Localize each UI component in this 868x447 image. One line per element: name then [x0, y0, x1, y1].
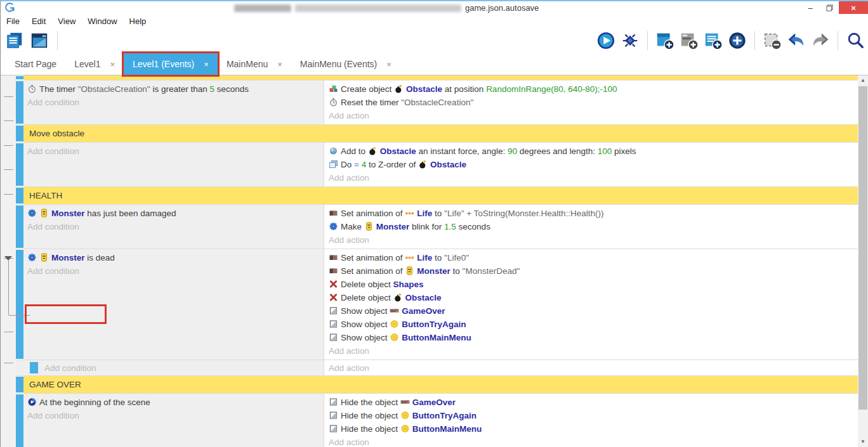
search-button[interactable]	[846, 31, 865, 50]
text-segment: ButtonMainMenu	[402, 333, 471, 342]
action-line[interactable]: Create object Obstacle at position Rando…	[329, 82, 854, 96]
condition-line[interactable]: At the beginning of the scene	[27, 396, 320, 409]
menu-help[interactable]: Help	[129, 16, 147, 26]
tab-close-icon[interactable]: ×	[277, 60, 282, 69]
add-condition-button[interactable]: Add condition	[27, 264, 320, 278]
add-comment-button[interactable]	[704, 31, 723, 50]
debug-icon	[621, 31, 640, 50]
comment-row-partial[interactable]	[16, 75, 858, 81]
action-line[interactable]: Hide the object GameOver	[329, 396, 854, 409]
action-line[interactable]: Delete object Obstacle	[329, 291, 854, 304]
action-line[interactable]: Show object ButtonTryAgain	[329, 318, 854, 331]
event-handle[interactable]	[16, 126, 23, 141]
tab-level1[interactable]: Level1 ×	[65, 53, 124, 75]
bomb-icon	[418, 160, 428, 169]
tab-close-icon[interactable]: ×	[204, 60, 209, 69]
add-other-button[interactable]	[728, 31, 747, 50]
debug-button[interactable]	[621, 31, 640, 50]
gear-icon	[27, 209, 37, 217]
event-handle[interactable]	[16, 188, 23, 204]
event-handle[interactable]	[16, 377, 23, 392]
condition-line[interactable]: Monster is dead	[27, 251, 320, 264]
event-row[interactable]: The timer "ObstacleCreation" is greater …	[16, 81, 858, 125]
text-segment: degrees and length:	[517, 146, 598, 156]
toolbar-separator	[838, 31, 838, 50]
text-segment: to	[432, 209, 444, 218]
subevent-handle[interactable]	[30, 362, 38, 373]
add-event-button[interactable]	[655, 31, 674, 50]
menu-window[interactable]: Window	[88, 16, 117, 26]
comment-cell[interactable]: GAME OVER	[23, 376, 858, 393]
restore-button[interactable]	[820, 1, 839, 14]
comment-cell[interactable]: Move obstacle	[23, 125, 858, 142]
tab-level1-events[interactable]: Level1 (Events) ×	[124, 53, 218, 75]
play-button[interactable]	[596, 31, 615, 50]
project-manager-button[interactable]	[5, 31, 24, 50]
add-action-button[interactable]: Add action	[329, 363, 369, 373]
action-line[interactable]: Set animation of Life to "Life0"	[329, 251, 854, 264]
add-subevent-button[interactable]	[680, 31, 699, 50]
action-line[interactable]: Set animation of Life to "Life" + ToStri…	[329, 207, 854, 220]
comment-row[interactable]: GAME OVER	[16, 376, 858, 394]
redo-button[interactable]	[811, 31, 830, 50]
add-condition-button[interactable]: Add condition	[44, 363, 96, 373]
add-action-button[interactable]: Add action	[329, 109, 854, 122]
monster-icon	[39, 253, 49, 262]
minimize-button[interactable]: –	[801, 1, 820, 14]
tab-start-page[interactable]: Start Page	[6, 53, 65, 75]
empty-subevent-row[interactable]: Add conditionAdd action	[16, 360, 858, 376]
tab-mainmenu[interactable]: MainMenu ×	[218, 53, 291, 75]
scene-editor-icon	[30, 31, 49, 50]
close-button[interactable]: ×	[839, 1, 868, 14]
undo-button[interactable]	[787, 31, 806, 50]
condition-line[interactable]: The timer "ObstacleCreation" is greater …	[27, 82, 320, 96]
scene-editor-button[interactable]	[30, 31, 49, 50]
comment-row[interactable]: HEALTH	[16, 187, 858, 205]
add-condition-button[interactable]: Add condition	[27, 409, 320, 422]
event-handle[interactable]	[16, 81, 23, 124]
tab-close-icon[interactable]: ×	[110, 60, 115, 69]
text-segment: to	[432, 253, 444, 262]
action-line[interactable]: Make Monster blink for 1.5 seconds	[329, 220, 854, 233]
action-line[interactable]: Reset the timer "ObstacleCreation"	[329, 96, 854, 109]
event-row[interactable]: At the beginning of the sceneAdd conditi…	[16, 394, 858, 447]
add-action-button[interactable]: Add action	[329, 233, 854, 247]
delete-event-button[interactable]	[763, 31, 782, 50]
event-row[interactable]: Monster has just been damagedAdd conditi…	[16, 205, 858, 249]
add-condition-button[interactable]: Add condition	[27, 145, 320, 158]
event-handle[interactable]	[16, 143, 23, 186]
condition-line[interactable]: Monster has just been damaged	[27, 207, 320, 220]
action-line[interactable]: Show object GameOver	[329, 304, 854, 318]
comment-text: Move obstacle	[29, 129, 84, 138]
vertical-scrollbar[interactable]: ▲ ▼	[858, 75, 868, 447]
event-handle[interactable]	[16, 394, 23, 447]
action-line[interactable]: Set animation of Monster to "MonsterDead…	[329, 264, 854, 278]
menu-view[interactable]: View	[58, 16, 76, 26]
action-line[interactable]: Do = 4 to Z-order of Obstacle	[329, 158, 854, 171]
comment-row[interactable]: Move obstacle	[16, 125, 858, 143]
scroll-up-arrow-icon[interactable]: ▲	[858, 76, 868, 85]
event-row[interactable]: Monster is deadAdd conditionSet animatio…	[16, 249, 858, 360]
action-line[interactable]: Show object ButtonMainMenu	[329, 331, 854, 344]
scroll-down-arrow-icon[interactable]: ▼	[858, 437, 868, 446]
event-handle[interactable]	[16, 250, 23, 359]
menu-edit[interactable]: Edit	[32, 16, 46, 26]
event-row[interactable]: Add conditionAdd to Obstacle an instant …	[16, 143, 858, 187]
add-action-button[interactable]: Add action	[329, 171, 854, 185]
scrollbar-thumb[interactable]	[858, 86, 867, 410]
action-line[interactable]: Delete object Shapes	[329, 278, 854, 291]
add-action-button[interactable]: Add action	[329, 436, 854, 447]
event-handle[interactable]	[16, 205, 23, 248]
comment-cell[interactable]: HEALTH	[23, 187, 858, 204]
action-line[interactable]: Hide the object ButtonMainMenu	[329, 422, 854, 436]
menu-file[interactable]: File	[6, 16, 20, 26]
add-condition-button[interactable]: Add condition	[27, 220, 320, 233]
text-segment: Set animation of	[341, 266, 405, 276]
add-action-button[interactable]: Add action	[329, 344, 854, 358]
action-line[interactable]: Add to Obstacle an instant force, angle:…	[329, 145, 854, 158]
action-line[interactable]: Hide the object ButtonTryAgain	[329, 409, 854, 422]
tab-close-icon[interactable]: ×	[386, 60, 391, 69]
add-condition-button[interactable]: Add condition	[27, 96, 320, 109]
event-handle[interactable]	[16, 76, 23, 79]
tab-mainmenu-events[interactable]: MainMenu (Events) ×	[291, 53, 400, 75]
